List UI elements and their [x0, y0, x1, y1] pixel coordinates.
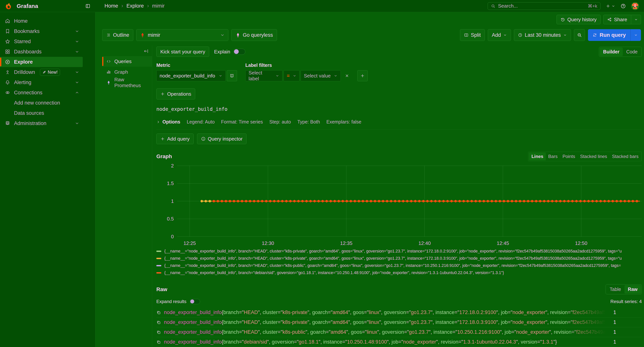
series-color-marker	[156, 272, 161, 273]
outline-item-graph[interactable]: Graph	[102, 67, 152, 77]
copy-icon[interactable]	[156, 340, 161, 344]
raw-result-row: node_exporter_build_info{branch="HEAD", …	[156, 317, 642, 327]
svg-text:12:30: 12:30	[262, 240, 274, 246]
expand-results-toggle[interactable]	[190, 299, 200, 304]
viz-mode-stacked-bars[interactable]: Stacked bars	[610, 152, 641, 160]
split-button[interactable]: Split	[460, 29, 485, 41]
run-query-caret-button[interactable]	[630, 29, 641, 41]
raw-series-value: 1	[613, 319, 642, 325]
search-input[interactable]: ⌘+k	[488, 2, 600, 10]
time-range-picker[interactable]: Last 30 minutes	[514, 29, 571, 41]
avatar[interactable]	[631, 2, 639, 10]
table-tab[interactable]: Table	[606, 285, 624, 293]
metric-select[interactable]: node_exporter_build_info	[156, 70, 226, 81]
collapse-outline-icon[interactable]	[143, 49, 148, 54]
share-button[interactable]: Share	[603, 15, 631, 24]
copy-icon[interactable]	[156, 310, 161, 315]
add-button[interactable]: Add	[488, 29, 511, 41]
legend-item[interactable]: {__name__="node_exporter_build_info", br…	[156, 255, 642, 262]
sidebar-item-connections[interactable]: Connections	[0, 88, 83, 98]
outline-item-queries[interactable]: Queries	[102, 56, 152, 67]
outline-item-raw-prometheus[interactable]: Raw Prometheus	[102, 77, 152, 88]
outline-button[interactable]: Outline	[102, 29, 133, 41]
new-menu-button[interactable]	[606, 4, 615, 8]
chevron-right-icon	[156, 120, 160, 124]
time-series-plot[interactable]: 00.511.5212:2512:3012:3512:4012:4512:50	[156, 162, 642, 247]
viz-mode-lines[interactable]: Lines	[529, 152, 546, 160]
sidebar-item-alerting[interactable]: Alerting	[0, 77, 83, 88]
zoom-out-button[interactable]	[574, 29, 585, 41]
sidebar-item-starred[interactable]: Starred	[0, 36, 83, 47]
legend-item[interactable]: {__name__="node_exporter_build_info", br…	[156, 269, 642, 276]
info-icon	[201, 137, 206, 141]
compass-icon	[5, 59, 10, 65]
copy-icon[interactable]	[156, 330, 161, 334]
legend-item[interactable]: {__name__="node_exporter_build_info", br…	[156, 262, 642, 269]
sidebar-item-administration[interactable]: Administration	[0, 118, 83, 128]
chevron-down-icon[interactable]	[75, 39, 79, 44]
datasource-picker[interactable]: mimir	[136, 29, 228, 41]
add-query-button[interactable]: Add query	[156, 134, 194, 144]
share-caret-button[interactable]	[631, 15, 641, 24]
chevron-down-icon[interactable]	[75, 50, 79, 54]
dock-sidebar-icon[interactable]	[85, 4, 90, 9]
chevron-down-icon[interactable]	[75, 80, 79, 85]
query-history-button[interactable]: Query history	[556, 15, 601, 24]
sidebar-item-dashboards[interactable]: Dashboards	[0, 47, 83, 57]
zoom-out-icon	[577, 32, 582, 38]
search-field[interactable]	[498, 3, 585, 9]
sidebar-item-drilldown[interactable]: Drilldown New!	[0, 67, 83, 77]
viz-mode-stacked-lines[interactable]: Stacked lines	[578, 152, 610, 160]
rocket-icon	[42, 70, 46, 74]
bookmark-icon	[5, 29, 10, 34]
builder-tab[interactable]: Builder	[600, 48, 623, 56]
toolbar-right-group: Split Add Last 30 minutes Ru	[460, 29, 641, 41]
drilldown-icon	[5, 70, 10, 75]
sidebar-item-add-new-connection[interactable]: Add new connection	[0, 98, 83, 108]
operations-button[interactable]: Operations	[156, 89, 195, 99]
chevron-down-icon[interactable]	[75, 70, 79, 75]
add-filter-button[interactable]	[358, 70, 368, 81]
legend-item[interactable]: {__name__="node_exporter_build_info", br…	[156, 248, 642, 255]
run-query-button[interactable]: Run query	[588, 29, 630, 41]
select-value-dropdown[interactable]: Select value	[300, 70, 341, 81]
code-tab[interactable]: Code	[623, 48, 641, 56]
options-expander[interactable]: Options	[156, 119, 180, 125]
raw-tab[interactable]: Raw	[624, 285, 641, 293]
sidebar-item-data-sources[interactable]: Data sources	[0, 108, 83, 118]
copy-icon[interactable]	[156, 320, 161, 325]
svg-text:12:40: 12:40	[418, 240, 431, 246]
query-inspector-button[interactable]: Query inspector	[197, 134, 247, 144]
sidebar-item-explore[interactable]: Explore	[0, 57, 83, 67]
chevron-right-icon	[120, 4, 124, 8]
help-icon[interactable]	[620, 4, 626, 9]
chevron-down-icon	[220, 33, 225, 37]
raw-results-list: node_exporter_build_info{branch="HEAD", …	[156, 308, 642, 347]
grafana-logo-icon	[5, 2, 12, 10]
page-actions: Query history Share	[96, 12, 644, 27]
breadcrumb-explore[interactable]: Explore	[126, 3, 144, 9]
svg-text:12:35: 12:35	[340, 240, 352, 246]
svg-text:12:45: 12:45	[497, 240, 509, 246]
sidebar-item-home[interactable]: Home	[0, 16, 83, 26]
metrics-explorer-button[interactable]	[227, 70, 237, 81]
viz-mode-points[interactable]: Points	[560, 152, 578, 160]
chevron-down-icon[interactable]	[75, 29, 79, 34]
select-label-dropdown[interactable]: Select label	[245, 70, 282, 81]
sidebar-item-bookmarks[interactable]: Bookmarks	[0, 26, 83, 36]
visualization-mode-group: Lines Bars Points Stacked lines Stacked …	[528, 152, 642, 161]
prometheus-icon	[140, 32, 145, 38]
go-queryless-button[interactable]: Go queryless	[231, 29, 277, 41]
explain-toggle[interactable]	[233, 49, 245, 55]
raw-panel: Raw Table Raw Expand results Result seri…	[156, 284, 642, 347]
series-color-marker	[156, 258, 161, 259]
remove-filter-button[interactable]	[342, 70, 352, 81]
chevron-down-icon[interactable]	[75, 121, 79, 126]
chevron-up-icon[interactable]	[75, 90, 79, 95]
breadcrumb-home[interactable]: Home	[104, 3, 118, 9]
explain-group: Explain	[214, 49, 245, 55]
operator-dropdown[interactable]: =	[284, 70, 300, 81]
series-color-marker	[156, 251, 161, 252]
kick-start-query-button[interactable]: Kick start your query	[156, 47, 209, 57]
viz-mode-bars[interactable]: Bars	[546, 152, 560, 160]
